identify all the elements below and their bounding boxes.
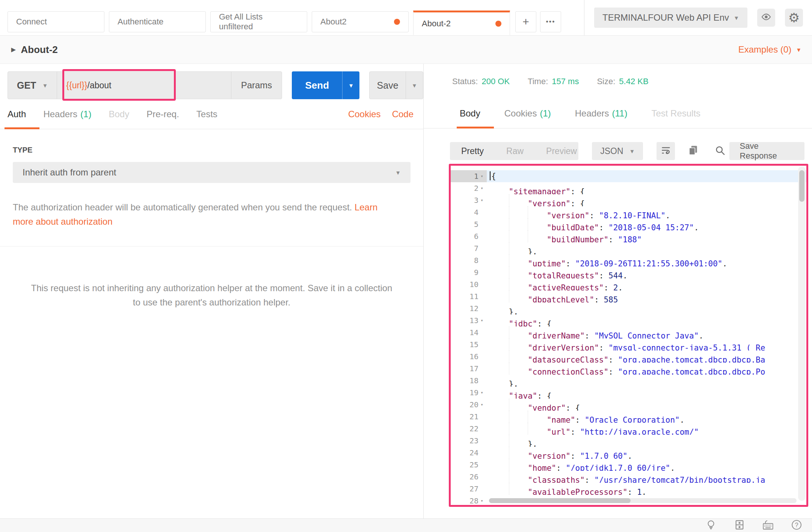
horizontal-scrollbar-track[interactable] [489,498,797,503]
subtab-label: Pre-req. [146,109,179,119]
tab-about2[interactable]: About2 [312,11,409,32]
examples-dropdown[interactable]: Examples (0) ▼ [738,44,801,55]
indent-guide [509,278,528,290]
fold-caret-icon[interactable]: ▾ [478,182,485,194]
cookies-link[interactable]: Cookies [348,109,381,119]
search-button[interactable] [711,142,729,160]
request-header-row: ▶ About-2 Examples (0) ▼ [0,35,812,64]
code-line-content: "sitemanager": { [487,182,806,194]
save-options-button[interactable]: ▼ [406,72,423,99]
save-response-button[interactable]: Save Response [729,142,804,160]
code-link[interactable]: Code [392,109,414,119]
line-number: 16 [469,351,478,363]
subtab-count-badge: (11) [612,108,627,119]
fold-caret-icon[interactable]: ▾ [478,387,485,399]
line-gutter-foldable[interactable]: 1▾ [451,170,487,182]
line-gutter-foldable[interactable]: 19▾ [451,387,487,399]
horizontal-scrollbar-thumb[interactable] [489,498,631,503]
view-preview[interactable]: Preview [535,142,578,160]
save-button[interactable]: Save [370,72,406,99]
response-tab-cookies[interactable]: Cookies(1) [504,98,551,128]
code-line-content: "version": "1.7.0_60", [487,447,806,459]
line-number: 12 [469,302,478,314]
vertical-scrollbar-thumb[interactable] [799,170,804,202]
fold-caret-icon[interactable]: ▾ [478,194,485,206]
code-line: 10"activeRequests": 2, [451,278,806,290]
token-pun: }, [528,247,537,254]
token-key: "version" [528,199,571,206]
tab-tests[interactable]: Tests [196,99,217,129]
tab-authenticate[interactable]: Authenticate [109,11,206,32]
environment-quick-look-button[interactable] [757,9,775,27]
response-tab-headers[interactable]: Headers(11) [575,98,628,128]
vertical-scrollbar-track[interactable] [798,166,806,501]
token-pun: : [585,331,594,339]
time-label: Time: [528,77,548,86]
indent-guide [509,471,528,483]
response-body-viewer: 1▾{2▾"sitemanager": {3▾"version": {4"ver… [449,164,808,507]
indent-guide [490,290,509,302]
environment-selector[interactable]: TERMINALFOUR Web API Env ▼ [594,8,747,28]
subtab-count-badge: (1) [540,108,551,119]
line-number: 19 [469,387,478,399]
token-pun: : [566,259,575,266]
tab-body[interactable]: Body [109,99,129,129]
format-selector[interactable]: JSON ▼ [592,142,643,160]
token-num: 1 [637,488,642,495]
send-options-button[interactable]: ▼ [342,71,359,99]
line-gutter-foldable[interactable]: 13▾ [451,314,487,326]
layout-toggle-button[interactable] [734,520,745,531]
token-key: "uptime" [528,259,566,266]
shortcuts-button[interactable] [762,520,774,531]
send-button[interactable]: Send [292,71,342,99]
line-gutter-foldable[interactable]: 20▾ [451,399,487,411]
indent-guide [490,314,509,326]
indent-guide [509,339,528,351]
help-button[interactable]: ? [791,520,802,531]
indent-guide [509,363,528,375]
format-label: JSON [600,146,623,156]
wrap-text-button[interactable] [657,142,675,160]
token-key: "jdbc" [509,319,537,326]
token-key: "url" [547,428,571,435]
line-number: 26 [469,471,478,483]
view-raw[interactable]: Raw [495,142,535,160]
tips-button[interactable] [705,520,717,531]
tab-headers[interactable]: Headers(1) [43,99,91,129]
params-button[interactable]: Params [231,72,282,99]
line-gutter-foldable[interactable]: 28▾ [451,495,487,507]
fold-caret-icon[interactable]: ▾ [478,495,485,507]
auth-section: TYPE Inherit auth from parent ▼ The auth… [0,146,423,310]
fold-caret-icon[interactable]: ▾ [478,170,485,182]
token-pun: : [571,428,580,435]
response-tab-body[interactable]: Body [460,98,480,128]
auth-help-sentence: The authorization header will be automat… [13,202,355,212]
token-pun: , [628,452,632,459]
fold-caret-icon[interactable]: ▾ [478,399,485,411]
tab-about-2[interactable]: About-2 [413,11,510,35]
indent-guide [490,387,509,399]
tab-label: Get All Lists unfiltered [219,12,299,32]
copy-button[interactable] [684,142,702,160]
line-number: 14 [469,326,478,339]
token-pun: , [670,464,675,471]
more-tabs-button[interactable]: ••• [540,11,561,32]
auth-type-select[interactable]: Inherit auth from parent ▼ [13,162,411,183]
new-tab-button[interactable]: + [515,11,536,32]
fold-caret-icon[interactable]: ▾ [478,314,485,326]
settings-button[interactable]: ⚙ [785,9,803,27]
tab-get-all-lists-unfiltered[interactable]: Get All Lists unfiltered [210,11,307,32]
response-tab-test-results[interactable]: Test Results [651,98,700,128]
url-input[interactable]: {{url}}/about [57,72,231,99]
code-line-content: "name": "Oracle Corporation", [487,411,806,423]
tab-auth[interactable]: Auth [8,99,26,129]
line-gutter-foldable[interactable]: 2▾ [451,182,487,194]
tab-connect[interactable]: Connect [8,11,104,32]
token-num: 544 [608,271,623,278]
line-gutter-foldable[interactable]: 3▾ [451,194,487,206]
view-pretty[interactable]: Pretty [450,142,495,160]
indent-guide [509,435,528,447]
request-title-group[interactable]: ▶ About-2 [11,44,58,56]
tab-pre-req-[interactable]: Pre-req. [146,99,179,129]
method-selector[interactable]: GET ▼ [8,72,57,99]
